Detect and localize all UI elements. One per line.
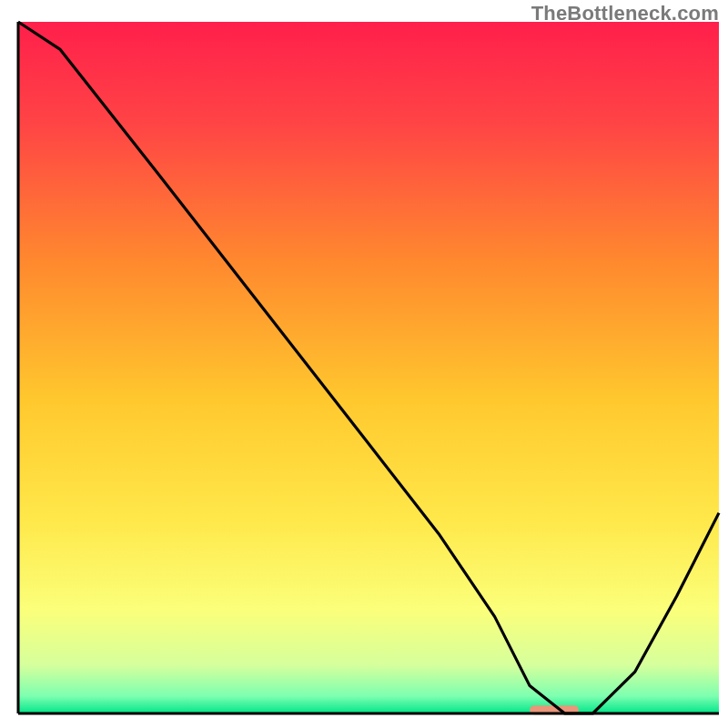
chart-background xyxy=(18,22,719,713)
bottleneck-chart xyxy=(0,0,728,728)
watermark-label: TheBottleneck.com xyxy=(531,2,719,25)
